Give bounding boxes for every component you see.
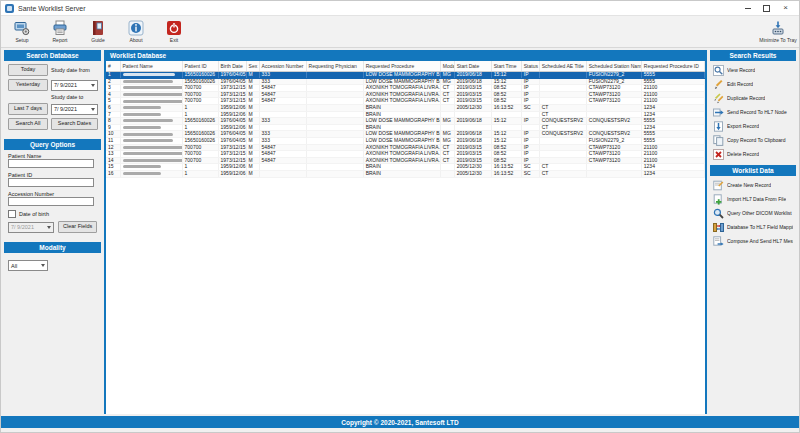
table-row[interactable]: 911959/12/06MBRAINCT1234 <box>106 124 705 131</box>
cell-status: IP <box>521 72 539 79</box>
yesterday-button[interactable]: Yesterday <box>8 79 48 91</box>
cell-sdate: 2019/03/15 <box>454 85 491 92</box>
patient-name-input[interactable] <box>8 159 94 168</box>
table-row[interactable]: 37007001973/12/15M54847AXONIKH TOMOGRAFI… <box>106 85 705 92</box>
column-header-pid[interactable]: Patient ID <box>182 61 218 72</box>
cell-bdate: 1976/04/05 <box>218 137 246 144</box>
cell-mod: CT <box>440 151 454 158</box>
cell-status: SC <box>521 170 539 177</box>
table-row[interactable]: 711959/12/06MBRAINCT1234 <box>106 111 705 118</box>
table-row[interactable]: 127007001973/12/15M54847AXONIKH TOMOGRAF… <box>106 144 705 151</box>
cell-mod: MG <box>440 137 454 144</box>
worklist-data-actions: Create New RecordImport HL7 Data From Fi… <box>710 176 796 252</box>
table-row[interactable]: 8156501600261976/04/05M333LOW DOSE MAMMO… <box>106 118 705 125</box>
cell-bdate: 1973/12/15 <box>218 157 246 164</box>
setup-button[interactable]: Setup <box>7 20 37 43</box>
column-header-status[interactable]: Status <box>521 61 539 72</box>
cell-name <box>120 131 182 138</box>
redacted-patient-name <box>123 146 183 149</box>
date-of-birth-select[interactable]: 7/ 9/2021 <box>8 222 54 233</box>
cell-acc: 54847 <box>259 98 306 105</box>
redacted-patient-name <box>123 100 183 103</box>
table-row[interactable]: 1511959/12/06MBRAIN2005/12/3016:13:52SCC… <box>106 164 705 171</box>
status-bar: Copyright © 2020-2021, Santesoft LTD <box>1 416 799 428</box>
column-header-n[interactable]: # <box>106 61 120 72</box>
table-row[interactable]: 11156501600261976/04/05M333LOW DOSE MAMM… <box>106 137 705 144</box>
query-dicom-worklist-button[interactable]: Query Other DICOM Worklist <box>712 206 794 220</box>
exit-button[interactable]: Exit <box>159 20 189 43</box>
cell-mod: CT <box>440 85 454 92</box>
copy-record-clipboard-button[interactable]: Copy Record To Clipboard <box>712 133 794 147</box>
column-header-proc[interactable]: Requested Procedure <box>363 61 440 72</box>
table-row[interactable]: 10156501600261976/04/05M333LOW DOSE MAMM… <box>106 131 705 138</box>
today-button[interactable]: Today <box>8 64 48 76</box>
clear-fields-button[interactable]: Clear Fields <box>58 221 97 233</box>
table-row[interactable]: 611959/12/06MBRAIN2005/12/3016:13:52SCCT… <box>106 104 705 111</box>
cell-station: CTAWP73120 <box>586 144 641 151</box>
search-all-button[interactable]: Search All <box>8 118 48 130</box>
guide-button[interactable]: Guide <box>83 20 113 43</box>
cell-stime <box>491 111 521 118</box>
report-button[interactable]: Report <box>45 20 75 43</box>
study-date-to-select[interactable]: 7/ 9/2021 <box>51 104 98 115</box>
search-dates-button[interactable]: Search Dates <box>51 118 98 130</box>
column-header-mod[interactable]: Modality <box>440 61 454 72</box>
edit-record-button[interactable]: Edit Record <box>712 77 794 91</box>
date-of-birth-checkbox[interactable] <box>8 210 16 218</box>
cell-stime: 15:12 <box>491 118 521 125</box>
cell-bdate: 1976/04/05 <box>218 131 246 138</box>
cell-mod: CT <box>440 91 454 98</box>
accession-number-input[interactable] <box>8 197 94 206</box>
cell-sex: M <box>246 151 259 158</box>
last-7-days-button[interactable]: Last 7 days <box>8 103 48 115</box>
cell-proc: BRAIN <box>363 164 440 171</box>
about-button[interactable]: About <box>121 20 151 43</box>
column-header-acc[interactable]: Accession Number <box>259 61 306 72</box>
study-date-from-select[interactable]: 7/ 9/2021 <box>51 80 98 91</box>
delete-record-button[interactable]: Delete Record <box>712 147 794 161</box>
cell-sex: M <box>246 85 259 92</box>
column-header-name[interactable]: Patient Name <box>120 61 182 72</box>
column-header-stime[interactable]: Start Time <box>491 61 521 72</box>
minimize-button[interactable] <box>738 2 757 15</box>
view-record-icon <box>713 65 724 76</box>
table-row[interactable]: 47007001973/12/15M54847AXONIKH TOMOGRAFI… <box>106 91 705 98</box>
column-header-phys[interactable]: Requesting Physician <box>306 61 363 72</box>
cell-n: 8 <box>106 118 120 125</box>
column-header-sex[interactable]: Sex <box>246 61 259 72</box>
column-header-ae[interactable]: Scheduled AE Title <box>539 61 586 72</box>
patient-id-input[interactable] <box>8 178 94 187</box>
cell-acc: 54847 <box>259 157 306 164</box>
view-record-button[interactable]: View Record <box>712 63 794 77</box>
maximize-button[interactable] <box>757 2 776 15</box>
column-header-station[interactable]: Scheduled Station Name <box>586 61 641 72</box>
modality-select[interactable]: All <box>8 260 48 271</box>
db-hl7-mapping-button[interactable]: Database To HL7 Field Mapping <box>712 220 794 234</box>
table-row[interactable]: 147007001973/12/15M54847AXONIKH TOMOGRAF… <box>106 157 705 164</box>
table-row[interactable]: 1611959/12/06MBRAIN2005/12/3016:13:52SCC… <box>106 170 705 177</box>
duplicate-record-button[interactable]: Duplicate Record <box>712 91 794 105</box>
column-header-sdate[interactable]: Start Date <box>454 61 491 72</box>
close-button[interactable]: × <box>776 2 795 15</box>
setup-button-label: Setup <box>15 37 28 43</box>
export-record-icon <box>713 121 724 132</box>
cell-stime: 15:12 <box>491 131 521 138</box>
export-record-button[interactable]: Export Record <box>712 119 794 133</box>
column-header-rpid[interactable]: Requested Procedure ID <box>641 61 704 72</box>
create-new-record-button[interactable]: Create New Record <box>712 178 794 192</box>
send-record-hl7-button[interactable]: Send Record To HL7 Node <box>712 105 794 119</box>
table-row[interactable]: 137007001973/12/15M54847AXONIKH TOMOGRAF… <box>106 151 705 158</box>
exit-icon <box>166 20 182 36</box>
compose-send-hl7-button[interactable]: Compose And Send HL7 Message <box>712 234 794 248</box>
import-hl7-file-button[interactable]: Import HL7 Data From File <box>712 192 794 206</box>
cell-pid: 1 <box>182 170 218 177</box>
cell-station <box>586 104 641 111</box>
minimize-to-tray-button[interactable]: Minimize To Tray <box>763 20 793 43</box>
table-row[interactable]: 1156501600261976/04/05M333LOW DOSE MAMMO… <box>106 72 705 79</box>
cell-phys <box>306 111 363 118</box>
table-row[interactable]: 57007001973/12/15M54847AXONIKH TOMOGRAFI… <box>106 98 705 105</box>
column-header-bdate[interactable]: Birth Date <box>218 61 246 72</box>
cell-bdate: 1959/12/06 <box>218 170 246 177</box>
table-row[interactable]: 2156501600261976/04/05M333LOW DOSE MAMMO… <box>106 78 705 85</box>
cell-station: CTAWP73120 <box>586 85 641 92</box>
